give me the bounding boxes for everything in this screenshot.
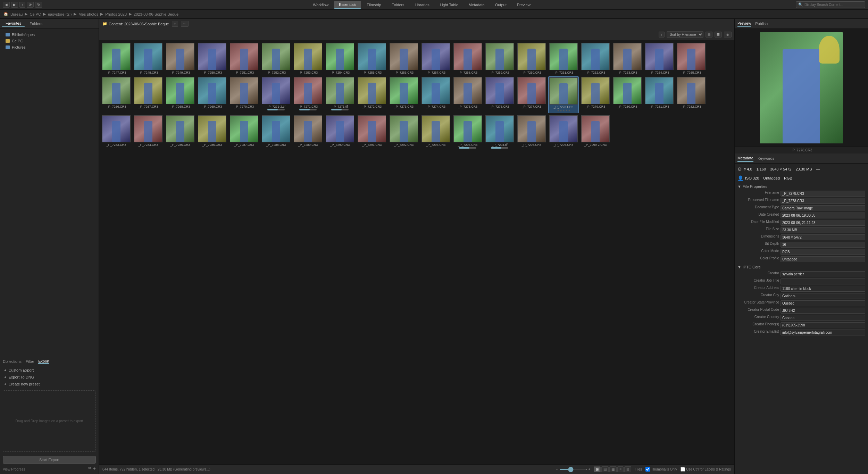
breadcrumb-item-ce-pc[interactable]: Ce PC	[30, 12, 41, 16]
history-button[interactable]: ↻	[35, 2, 42, 8]
view-grid-btn[interactable]: ⊞	[594, 466, 601, 472]
iptc-value-5[interactable]: J9J 3H2	[781, 308, 865, 314]
thumbnail-item-24[interactable]: _P_7271-2.tif	[261, 76, 291, 113]
thumbnail-item-36[interactable]: _P_7281.CR3	[644, 76, 675, 113]
thumbnail-item-25[interactable]: _P_7271.CR3	[293, 76, 323, 113]
favorite-bibliotheques[interactable]: Bibliothèques	[3, 32, 96, 38]
thumbnail-item-4[interactable]: _P_7251.CR3	[229, 42, 259, 75]
breadcrumb-item-current[interactable]: 2023-08-06-Sophie Begue	[134, 12, 178, 16]
sort-select[interactable]: Sort by Filename	[667, 31, 703, 38]
thumbnail-item-0[interactable]: _P_7247.CR3	[101, 42, 132, 75]
thumbnails-only-checkbox[interactable]	[645, 467, 650, 472]
toolbar-up-btn[interactable]: ↑	[659, 32, 665, 38]
thumbnail-item-28[interactable]: _P_7273.CR3	[389, 76, 419, 113]
toolbar-view-icon2[interactable]: ☰	[715, 32, 722, 38]
iptc-value-8[interactable]: info@sylvainperrierfotagrafi.com	[781, 330, 865, 335]
thumbnail-item-22[interactable]: _P_7269.CR3	[197, 76, 227, 113]
tab-collections[interactable]: Collections	[3, 359, 22, 364]
thumbnail-item-21[interactable]: _P_7268.CR3	[165, 76, 195, 113]
thumbnail-item-40[interactable]: _P_7285.CR3	[165, 115, 195, 149]
tab-metadata[interactable]: Metadata	[737, 155, 753, 162]
export-custom[interactable]: + Custom Export	[3, 367, 96, 374]
export-to-dng[interactable]: + Export To DNG	[3, 374, 96, 381]
iptc-value-4[interactable]: Québec	[781, 300, 865, 306]
thumbnail-item-30[interactable]: _P_7275.CR3	[452, 76, 483, 113]
tab-export[interactable]: Export	[38, 359, 49, 364]
thumbnail-item-34[interactable]: _P_7279.CR3	[580, 76, 611, 113]
tab-libraries[interactable]: Libraries	[410, 1, 434, 8]
thumbnail-item-32[interactable]: _P_7277.CR3	[516, 76, 547, 113]
thumbnail-item-14[interactable]: _P_7261.CR3	[548, 42, 579, 75]
favorite-pictures[interactable]: Pictures	[3, 44, 96, 50]
iptc-value-6[interactable]: Canada	[781, 315, 865, 321]
thumbnail-item-10[interactable]: _P_7257.CR3	[420, 42, 451, 75]
thumbnail-item-33[interactable]: _P_7278.CR3★★★★★	[548, 76, 579, 113]
tab-workflow[interactable]: Workflow	[308, 1, 333, 8]
toolbar-view-icon1[interactable]: ⊞	[706, 32, 712, 38]
content-add-button[interactable]: +	[172, 21, 178, 27]
thumbnail-item-29[interactable]: _P_7274.CR3	[420, 76, 451, 113]
thumbnail-item-3[interactable]: _P_7250.CR3	[197, 42, 227, 75]
thumbnail-item-48[interactable]: _P_7293.CR3	[420, 115, 451, 149]
thumbnail-item-15[interactable]: _P_7262.CR3	[580, 42, 611, 75]
thumbnail-item-11[interactable]: _P_7258.CR3	[452, 42, 483, 75]
thumbnail-item-46[interactable]: _P_7291.CR3	[357, 115, 387, 149]
thumbnail-item-9[interactable]: _P_7256.CR3	[389, 42, 419, 75]
thumbnail-item-47[interactable]: _P_7292.CR3	[389, 115, 419, 149]
iptc-value-7[interactable]: (819)205-2598	[781, 322, 865, 328]
zoom-plus[interactable]: +	[589, 467, 591, 471]
iptc-value-3[interactable]: Gatineau	[781, 293, 865, 299]
tab-preview[interactable]: Preview	[512, 1, 535, 8]
thumbnail-item-51[interactable]: _P_7295.CR3	[516, 115, 547, 149]
zoom-range-input[interactable]	[559, 469, 587, 470]
tab-output[interactable]: Output	[490, 1, 511, 8]
iptc-value-0[interactable]: sylvain perrier	[781, 271, 865, 277]
tab-keywords[interactable]: Keywords	[758, 155, 774, 161]
thumbnail-item-37[interactable]: _P_7282.CR3	[676, 76, 707, 113]
tab-folders[interactable]: Folders	[26, 20, 46, 27]
content-more-button[interactable]: ⋯	[181, 21, 189, 27]
view-list-btn[interactable]: ▤	[601, 466, 609, 472]
thumbnail-item-43[interactable]: _P_7288.CR3	[261, 115, 291, 149]
thumbnail-item-53[interactable]: _P_7299-2.CR3	[580, 115, 611, 149]
thumbnail-item-38[interactable]: _P_7283.CR3	[101, 115, 132, 149]
file-properties-header[interactable]: ▼ File Properties	[737, 184, 865, 189]
view-compare-btn[interactable]: ⊟	[624, 466, 631, 472]
forward-button[interactable]: ▶	[11, 2, 18, 8]
breadcrumb-item-mes-photos[interactable]: Mes photos	[78, 12, 98, 16]
thumbnail-item-52[interactable]: _P_7296.CR3	[548, 115, 579, 149]
start-export-button[interactable]: Start Export	[3, 456, 96, 464]
breadcrumb-item-bureau[interactable]: Bureau	[10, 12, 23, 16]
tab-folders[interactable]: Folders	[387, 1, 409, 8]
thumbnail-item-18[interactable]: _P_7265.CR3	[676, 42, 707, 75]
up-button[interactable]: ↑	[19, 2, 25, 8]
breadcrumb-item-photos-2023[interactable]: Photos 2023	[105, 12, 127, 16]
view-progress-link[interactable]: View Progress	[3, 467, 25, 471]
thumbnail-item-27[interactable]: _P_7272.CR3	[357, 76, 387, 113]
ctrl-labels-label[interactable]: Use Ctrl for Labels & Ratings	[681, 467, 731, 472]
refresh-button[interactable]: ⟳	[27, 2, 34, 8]
thumbnail-item-23[interactable]: _P_7270.CR3	[229, 76, 259, 113]
thumbnail-item-31[interactable]: _P_7276.CR3	[484, 76, 515, 113]
thumbnail-item-26[interactable]: _P_7271.tif	[325, 76, 355, 113]
thumbnail-item-35[interactable]: _P_7280.CR3	[612, 76, 643, 113]
breadcrumb-item-easystore[interactable]: easystore (S:)	[48, 12, 72, 16]
thumbnail-item-49[interactable]: _P_7294.CR3	[452, 115, 483, 149]
tab-preview[interactable]: Preview	[737, 20, 751, 27]
ctrl-labels-checkbox[interactable]	[681, 467, 685, 472]
thumbnail-item-7[interactable]: _P_7254.CR3	[325, 42, 355, 75]
zoom-minus[interactable]: −	[556, 467, 558, 471]
edit-icon[interactable]: ✏	[88, 466, 92, 471]
thumbnail-item-19[interactable]: _P_7266.CR3	[101, 76, 132, 113]
thumbnail-item-20[interactable]: _P_7267.CR3	[133, 76, 164, 113]
favorite-ce-pc[interactable]: Ce PC	[3, 38, 96, 44]
thumbnail-item-17[interactable]: _P_7264.CR3	[644, 42, 675, 75]
tab-filmstrip[interactable]: Filmstrip	[362, 1, 386, 8]
view-detail-btn[interactable]: ▦	[609, 466, 617, 472]
thumbnail-item-1[interactable]: _P_7248.CR3	[133, 42, 164, 75]
tab-favorites[interactable]: Favorites	[2, 20, 25, 27]
search-input[interactable]	[804, 3, 863, 7]
tab-light-table[interactable]: Light Table	[435, 1, 463, 8]
thumbnail-item-44[interactable]: _P_7289.CR3	[293, 115, 323, 149]
thumbnail-item-13[interactable]: _P_7260.CR3	[516, 42, 547, 75]
